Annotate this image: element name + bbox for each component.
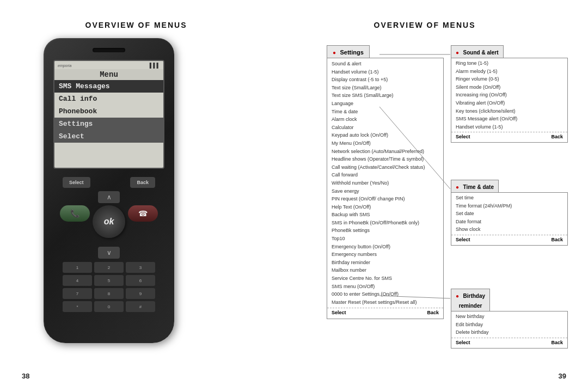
nav-down-btn[interactable]: ∨ [98,247,120,259]
key-5[interactable]: 5 [94,275,124,286]
settings-item-1: Handset volume (1-5) [327,68,443,76]
birthday-title: Birthdayreminder [459,293,485,309]
settings-item-4: Text size SMS (Small/Large) [327,91,443,100]
screen-item-select: Select [54,130,163,143]
key-hash[interactable]: # [126,301,155,312]
phone-device: emporia ▌▌▌ Menu SMS Messages Call info … [33,38,185,354]
signal-icon: ▌▌▌ [150,63,160,68]
birthday-bullet: ● [456,293,459,299]
phone-screen-frame: emporia ▌▌▌ Menu SMS Messages Call info … [53,60,164,169]
settings-item-28: SMS menu (On/Off) [327,283,443,291]
bd-footer-back[interactable]: Back [551,340,563,345]
phone-select-btn[interactable]: Select [63,177,90,188]
td-item-3: Date format [451,218,567,226]
key-3[interactable]: 3 [126,262,155,273]
left-page-title: OVERVIEW OF MENUS [54,21,218,29]
settings-item-6: Time & date [327,108,443,116]
sa-item-5: Vibrating alert (On/Off) [451,99,567,107]
settings-item-8: Calculator [327,124,443,132]
bd-item-2: Delete birthday [451,328,567,337]
td-footer-select[interactable]: Select [456,237,470,242]
key-star[interactable]: * [63,301,92,312]
key-1[interactable]: 1 [63,262,92,273]
settings-item-18: Help Text (On/Off) [327,203,443,211]
phone-brand-label: emporia [58,64,71,68]
key-2[interactable]: 2 [94,262,124,273]
key-6[interactable]: 6 [126,275,155,286]
settings-title: Settings [340,49,364,56]
ok-label: ok [104,217,114,227]
td-item-1: Time format (24h/AM/PM) [451,202,567,210]
key-8[interactable]: 8 [94,288,124,299]
sa-footer-back[interactable]: Back [551,134,563,139]
screen-item-phonebook: Phonebook [54,105,163,118]
settings-item-26: Mailbox number [327,266,443,274]
sa-item-1: Alarm melody (1-5) [451,68,567,76]
bd-footer-select[interactable]: Select [456,340,470,345]
settings-item-17: PIN request (On/Off/ change PIN) [327,195,443,203]
settings-item-5: Language [327,100,443,108]
settings-item-10: My Menu (On/Off) [327,139,443,148]
settings-item-11: Network selection (Auto/Manual/Preferred… [327,148,443,156]
settings-item-12: Headline shows (Operator/Time & symbol) [327,155,443,163]
call-answer-btn[interactable]: 📞 [60,205,90,222]
settings-title-bullet: ● [333,50,336,56]
key-0[interactable]: 0 [94,301,124,312]
birthday-panel: ● Birthdayreminder New birthday Edit bir… [451,289,568,349]
settings-item-13: Call waiting (Activate/Cancel/Check stat… [327,163,443,172]
settings-item-29: 0000 to enter Settings (On/Off) [327,290,443,298]
sa-item-7: SMS Message alert (On/Off) [451,115,567,123]
sa-item-2: Ringer volume (0-5) [451,75,567,83]
screen-item-callinfo: Call info [54,93,163,105]
phone-back-btn[interactable]: Back [130,177,155,188]
settings-item-20: SMS in PhoneBk (On/Off/PhoneBk only) [327,219,443,227]
page-number-right: 39 [559,372,566,380]
sa-item-4: Increasing ring (On/Off) [451,91,567,99]
settings-item-14: Call forward [327,171,443,179]
sa-item-8: Handset volume (1-5) [451,123,567,131]
settings-item-2: Display contrast (-5 to +5) [327,76,443,84]
key-7[interactable]: 7 [63,288,92,299]
settings-item-15: Withhold number (Yes/No) [327,179,443,187]
nav-down-icon: ∨ [107,249,112,256]
call-end-btn[interactable]: ☎ [128,205,158,222]
screen-menu-title: Menu [54,69,163,80]
ok-button[interactable]: ok [93,205,125,238]
screen-item-sms: SMS Messages [54,80,163,93]
birthday-list: New birthday Edit birthday Delete birthd… [451,311,568,349]
settings-item-21: PhoneBk settings [327,227,443,235]
time-date-list: Set time Time format (24h/AM/PM) Set dat… [451,192,568,246]
time-date-title: Time & date [463,184,494,190]
settings-item-19: Backup with SMS [327,211,443,219]
call-end-icon: ☎ [138,209,148,218]
keypad: 1 2 3 4 5 6 7 8 9 * 0 # [52,262,166,312]
settings-footer-back[interactable]: Back [427,310,439,315]
td-item-4: Show clock [451,225,567,234]
time-date-bullet: ● [456,184,459,190]
time-date-panel: ● Time & date Set time Time format (24h/… [451,180,568,246]
settings-menu: ● Settings Sound & alert Handset volume … [327,45,444,319]
bd-item-0: New birthday [451,313,567,321]
sa-item-0: Ring tone (1-5) [451,59,567,68]
settings-item-23: Emergency button (On/Off) [327,243,443,251]
td-footer-back[interactable]: Back [551,237,563,242]
settings-item-0: Sound & alert [327,60,443,68]
settings-item-30: Master Reset (Reset settings/Reset all) [327,298,443,307]
right-page-title: OVERVIEW OF MENUS [316,21,534,29]
sa-footer-select[interactable]: Select [456,134,470,139]
call-answer-icon: 📞 [70,209,79,218]
settings-item-16: Save energy [327,187,443,196]
sound-alert-title: Sound & alert [463,50,499,56]
sound-alert-bullet: ● [456,50,459,56]
sa-item-3: Silent mode (On/Off) [451,83,567,91]
sa-item-6: Key tones (click/tone/silent) [451,107,567,115]
nav-up-btn[interactable]: ∧ [98,191,120,203]
phone-body: emporia ▌▌▌ Menu SMS Messages Call info … [44,38,174,343]
key-4[interactable]: 4 [63,275,92,286]
settings-item-9: Keypad auto lock (On/Off) [327,131,443,139]
sound-alert-list: Ring tone (1-5) Alarm melody (1-5) Ringe… [451,58,568,143]
key-9[interactable]: 9 [126,288,155,299]
settings-item-25: Birthday reminder [327,259,443,267]
settings-footer-select[interactable]: Select [332,310,346,315]
td-item-2: Set date [451,210,567,218]
